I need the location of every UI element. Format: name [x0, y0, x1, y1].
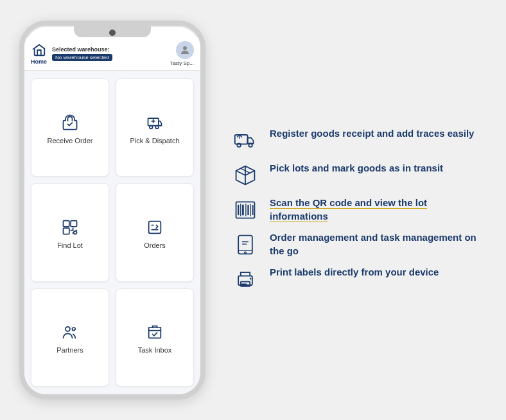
svg-rect-6: [64, 228, 69, 234]
truck-icon: [234, 129, 257, 152]
printer-icon: [234, 268, 257, 291]
feature-icon-printer: [231, 265, 259, 293]
qr-icon: [234, 198, 257, 222]
user-name: Tasty Sp...: [170, 60, 194, 66]
grid-label-partners: Partners: [57, 346, 83, 354]
grid-item-find-lot[interactable]: Find Lot: [31, 183, 109, 281]
svg-point-0: [183, 46, 187, 50]
grid-label-orders: Orders: [144, 241, 166, 249]
svg-rect-5: [71, 220, 76, 226]
avatar: [176, 41, 194, 59]
orders-icon: [146, 218, 164, 236]
svg-point-9: [65, 327, 70, 331]
header-center: Selected warehouse: No warehouse selecte…: [52, 46, 170, 61]
svg-point-24: [245, 252, 247, 254]
svg-point-27: [250, 278, 252, 280]
svg-point-12: [237, 144, 240, 147]
app-header: Home Selected warehouse: No warehouse se…: [24, 37, 200, 71]
feature-print-labels: Print labels directly from your device: [231, 265, 487, 293]
feature-icon-box: [231, 161, 259, 189]
grid-label-receive-order: Receive Order: [48, 137, 93, 144]
warehouse-badge: No warehouse selected: [52, 54, 112, 61]
feature-scan-qr: Scan the QR code and view the lot inform…: [231, 196, 487, 224]
task-inbox-icon: [146, 323, 164, 341]
phone-camera: [109, 30, 116, 36]
home-icon: [32, 43, 46, 57]
grid-item-task-inbox[interactable]: Task Inbox: [116, 288, 194, 387]
phone-screen: Home Selected warehouse: No warehouse se…: [24, 37, 200, 394]
feature-text-print-labels: Print labels directly from your device: [270, 265, 439, 279]
grid-label-find-lot: Find Lot: [57, 241, 83, 249]
grid-label-task-inbox: Task Inbox: [138, 346, 172, 354]
receive-order-icon: [61, 114, 79, 132]
feature-icon-tablet: [231, 231, 259, 259]
home-label: Home: [31, 58, 47, 65]
feature-icon-qr: [231, 196, 259, 224]
feature-text-scan-qr: Scan the QR code and view the lot inform…: [270, 196, 487, 223]
svg-rect-22: [238, 236, 252, 254]
home-nav[interactable]: Home: [31, 43, 47, 65]
svg-point-2: [150, 125, 153, 128]
grid-item-partners[interactable]: Partners: [31, 288, 109, 387]
svg-point-13: [249, 144, 252, 147]
feature-text-pick-lots: Pick lots and mark goods as in transit: [270, 161, 443, 175]
app-grid: Receive Order Pick & Dispatch: [24, 71, 200, 394]
feature-text-order-mgmt: Order management and task management on …: [270, 231, 487, 258]
feature-text-register-goods: Register goods receipt and add traces ea…: [270, 127, 474, 140]
pick-dispatch-icon: [146, 114, 164, 132]
svg-rect-4: [64, 220, 69, 226]
find-lot-icon: [61, 218, 79, 236]
feature-pick-lots: Pick lots and mark goods as in transit: [231, 161, 487, 189]
svg-point-3: [155, 125, 159, 128]
phone-mockup: Home Selected warehouse: No warehouse se…: [19, 21, 205, 399]
grid-item-orders[interactable]: Orders: [116, 183, 194, 281]
svg-point-7: [74, 231, 77, 234]
features-list: Register goods receipt and add traces ea…: [231, 120, 487, 300]
partners-icon: [61, 323, 79, 341]
main-container: Home Selected warehouse: No warehouse se…: [0, 0, 506, 420]
feature-register-goods: Register goods receipt and add traces ea…: [231, 127, 487, 155]
grid-item-receive-order[interactable]: Receive Order: [31, 78, 109, 177]
tablet-icon: [234, 233, 257, 256]
grid-label-pick-dispatch: Pick & Dispatch: [130, 137, 179, 144]
grid-item-pick-dispatch[interactable]: Pick & Dispatch: [116, 78, 194, 177]
box-icon: [234, 164, 257, 187]
feature-order-mgmt: Order management and task management on …: [231, 231, 487, 259]
warehouse-title: Selected warehouse:: [52, 46, 110, 53]
feature-icon-truck: [231, 127, 259, 155]
svg-point-10: [73, 328, 76, 331]
user-info: Tasty Sp...: [170, 41, 194, 66]
svg-rect-8: [149, 222, 161, 234]
